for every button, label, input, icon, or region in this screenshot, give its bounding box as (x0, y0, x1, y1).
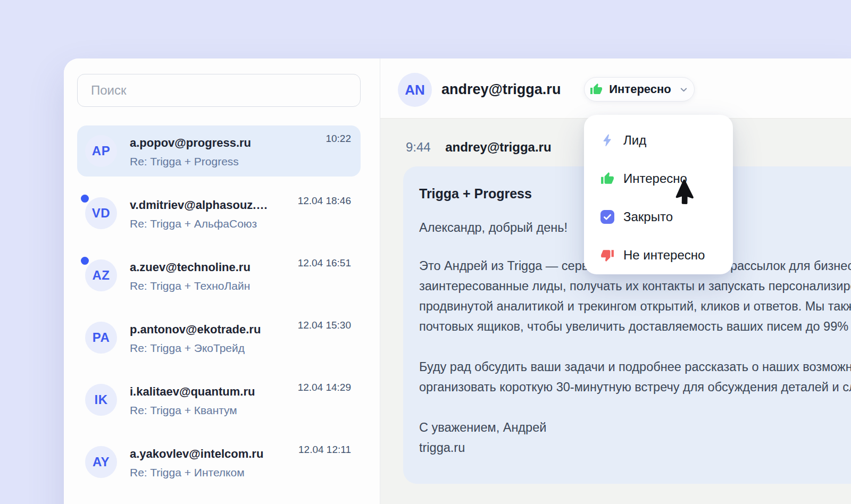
avatar: AP (85, 135, 117, 167)
check-square-icon (600, 210, 614, 224)
conversation-subject: Re: Trigga + Интелком (130, 466, 245, 479)
thumbs-up-icon (590, 83, 603, 96)
status-menu-item-label: Закрыто (623, 209, 673, 224)
conversation-email: p.antonov@ekotrade.ru (130, 323, 261, 337)
lightning-icon (600, 133, 614, 147)
conversation-subject: Re: Trigga + ЭкоТрейд (130, 342, 245, 355)
app-root: { "colors": { "page_bg": "#dfe3fa", "acc… (0, 0, 851, 504)
status-button-label: Интересно (609, 82, 671, 96)
status-menu-item-label: Не интересно (623, 248, 705, 263)
conversation-subject: Re: Trigga + Квантум (130, 404, 237, 417)
message-line: С уважением, Андрей (419, 417, 851, 438)
avatar: VD (85, 197, 117, 229)
avatar: AZ (85, 259, 117, 291)
search-input[interactable] (77, 74, 361, 107)
conversation-email: a.popov@progress.ru (130, 136, 251, 150)
thumbs-down-icon (600, 248, 614, 262)
conversation-subject: Re: Trigga + АльфаСоюз (130, 217, 257, 230)
message-line: Буду рад обсудить ваши задачи и подробне… (419, 357, 851, 377)
conversation-time: 12.04 16:51 (298, 257, 351, 269)
conversation-list-item[interactable]: IK i.kalitaev@quantum.ru Re: Trigga + Кв… (77, 374, 361, 425)
conversation-list-item[interactable]: AZ a.zuev@technoline.ru Re: Trigga + Тех… (77, 250, 361, 301)
app-card: AP a.popov@progress.ru Re: Trigga + Prog… (64, 58, 851, 504)
status-dropdown-button[interactable]: Интересно (584, 77, 695, 102)
avatar: IK (85, 384, 117, 416)
conversation-time: 12.04 14:29 (298, 382, 351, 393)
conversation-email: a.yakovlev@intelcom.ru (130, 447, 263, 461)
avatar: AY (85, 446, 117, 478)
message-line: организовать короткую 30-минутную встреч… (419, 377, 851, 397)
message-paragraph-2: Буду рад обсудить ваши задачи и подробне… (419, 357, 851, 397)
conversation-list-item[interactable]: AP a.popov@progress.ru Re: Trigga + Prog… (77, 125, 361, 177)
thumbs-up-icon (600, 172, 614, 186)
message-line: заинтересованные лиды, получать их конта… (419, 276, 851, 296)
message-line: trigga.ru (419, 438, 851, 458)
conversation-time: 12.04 12:11 (298, 444, 351, 456)
status-menu-item-label: Лид (623, 133, 646, 148)
conversation-time: 12.04 18:46 (298, 195, 351, 207)
conversation-list-item[interactable]: PA p.antonov@ekotrade.ru Re: Trigga + Эк… (77, 312, 361, 363)
message-meta: 9:44 andrey@trigga.ru (406, 140, 552, 155)
conversation-subject: Re: Trigga + ТехноЛайн (130, 280, 250, 292)
chevron-down-icon (679, 85, 689, 95)
message-sender: andrey@trigga.ru (445, 140, 551, 154)
conversation-subject: Re: Trigga + Progress (130, 155, 239, 168)
conversation-list-item[interactable]: VD v.dmitriev@alphasouz.… Re: Trigga + А… (77, 188, 361, 239)
message-time: 9:44 (406, 140, 431, 154)
conversation-email: i.kalitaev@quantum.ru (130, 385, 255, 399)
status-menu-item[interactable]: Лид (584, 121, 733, 159)
message-signature: С уважением, Андрейtrigga.ru (419, 417, 851, 458)
conversation-email: v.dmitriev@alphasouz.… (130, 198, 268, 212)
contact-email: andrey@trigga.ru (441, 81, 561, 98)
status-dropdown-menu: Лид Интересно Закрыто Не интересно (584, 115, 733, 274)
conversation-time: 12.04 15:30 (298, 320, 351, 331)
message-line: продвинутой аналитикой и трекингом откры… (419, 296, 851, 316)
contact-avatar: AN (398, 73, 432, 107)
status-menu-item[interactable]: Интересно (584, 159, 733, 198)
conversation-list: AP a.popov@progress.ru Re: Trigga + Prog… (77, 125, 361, 499)
conversations-sidebar: AP a.popov@progress.ru Re: Trigga + Prog… (64, 58, 380, 504)
status-menu-item[interactable]: Не интересно (584, 236, 733, 274)
conversation-email: a.zuev@technoline.ru (130, 261, 251, 274)
conversation-list-item[interactable]: AY a.yakovlev@intelcom.ru Re: Trigga + И… (77, 436, 361, 488)
conversation-time: 10:22 (326, 133, 351, 145)
avatar: PA (85, 322, 117, 354)
thread-header: AN andrey@trigga.ru Интересно (380, 58, 851, 118)
message-line: почтовых ящиков, чтобы увеличить доставл… (419, 316, 851, 337)
status-menu-item-label: Интересно (623, 171, 687, 186)
unread-dot (81, 195, 89, 203)
status-menu-item[interactable]: Закрыто (584, 198, 733, 236)
unread-dot (81, 257, 89, 265)
